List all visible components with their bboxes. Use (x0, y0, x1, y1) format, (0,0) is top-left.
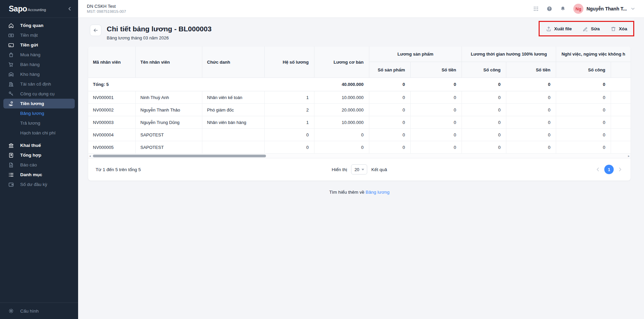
delete-icon (610, 26, 616, 32)
topbar: DN CSKH Test MST: 0987519815-007 Ng Nguy… (78, 0, 644, 18)
sidebar-item-label: Tổng hợp (20, 153, 41, 158)
cell: 10.000.000 (314, 116, 369, 129)
cell: 0 (369, 141, 410, 154)
cell: 0 (556, 91, 611, 104)
user-name: Nguyễn Thanh T... (586, 6, 627, 11)
sidebar-item-label: Tiền gửi (20, 42, 38, 47)
page-title: Chi tiết bảng lương - BL000003 (107, 25, 211, 33)
column-group-header: Lương sản phẩm (369, 46, 462, 62)
sidebar-item-label: Danh mục (20, 172, 42, 177)
sidebar-item-building[interactable]: Tài sản cố định (3, 79, 75, 89)
sidebar-item-label: Kho hàng (20, 72, 40, 77)
apps-grid-icon[interactable] (533, 6, 539, 12)
sidebar-item-label: Tổng quan (20, 23, 43, 28)
avatar: Ng (573, 4, 583, 14)
shopping-cart-icon (8, 62, 14, 68)
sidebar-item-bank-card[interactable]: Tiền gửi (3, 40, 75, 50)
sidebar-item-warehouse[interactable]: Kho hàng (3, 69, 75, 79)
next-page-icon[interactable] (617, 166, 623, 172)
sidebar-item-label: Công cụ dụng cụ (20, 91, 55, 96)
payroll-table: Mã nhân viên Tên nhân viên Chức danh Hệ … (88, 46, 631, 154)
sidebar-item-shopping-cart[interactable]: Bán hàng (3, 60, 75, 69)
list-icon (8, 172, 14, 178)
sidebar-collapse-icon[interactable] (67, 6, 73, 12)
cell: NV000003 (88, 116, 135, 129)
action-label: Sửa (591, 26, 600, 31)
scrollbar-thumb[interactable] (93, 155, 266, 157)
column-header: Số công (556, 62, 611, 78)
learn-more-text: Tìm hiểu thêm về (329, 190, 364, 195)
cell: 0 (410, 116, 462, 129)
column-group-header: Lương thời gian hưởng 100% lương (462, 46, 556, 62)
payroll-link[interactable]: Bảng lương (366, 190, 389, 195)
sidebar-item-label: Tiền mặt (20, 33, 38, 38)
payroll-card: Mã nhân viên Tên nhân viên Chức danh Hệ … (88, 46, 631, 181)
table-row: NV000004SAPOTEST0000000 (88, 129, 631, 141)
sidebar-item-tax[interactable]: Khai thuế (3, 140, 75, 150)
show-label: Hiển thị (332, 167, 347, 172)
scroll-right-icon[interactable]: ▸ (628, 154, 630, 158)
sidebar-subitem[interactable]: Hạch toán chi phí (3, 128, 75, 138)
cell: Ninh Thuỳ Anh (135, 91, 202, 104)
cell: 2 (264, 104, 314, 116)
main-content: Chi tiết bảng lương - BL000003 Bảng lươn… (78, 18, 644, 319)
tax-icon (8, 142, 14, 149)
cell: 0 (506, 104, 556, 116)
cell: 0 (462, 78, 506, 91)
page-size-select[interactable]: 20 (351, 164, 367, 174)
sidebar-subitem[interactable]: Trả lương (3, 118, 75, 128)
sidebar-item-label: Mua hàng (20, 52, 40, 57)
sidebar-item-salary[interactable]: Tiền lương (3, 99, 75, 108)
sidebar-item-tool[interactable]: Công cụ dụng cụ (3, 89, 75, 99)
column-header (611, 62, 631, 78)
cell: 0 (314, 129, 369, 141)
delete-button[interactable]: Xóa (610, 26, 627, 32)
cell: Nguyễn Trung Dũng (135, 116, 202, 129)
column-header: Tên nhân viên (135, 46, 202, 78)
sidebar-item-cash[interactable]: Tiền mặt (3, 30, 75, 40)
sidebar-item-home[interactable]: Tổng quan (3, 21, 75, 30)
bell-icon[interactable] (560, 6, 566, 12)
company-block: DN CSKH Test MST: 0987519815-007 (87, 4, 126, 14)
cell (611, 91, 631, 104)
user-menu[interactable]: Ng Nguyễn Thanh T... (573, 4, 636, 14)
summary-row: Tổng: 540.000.00000000 (88, 78, 631, 91)
export-icon (546, 26, 551, 32)
sidebar-item-ledger[interactable]: Tổng hợp (3, 150, 75, 160)
cell: Tổng: 5 (88, 78, 135, 91)
cell: 0 (264, 129, 314, 141)
sidebar-item-label: Bán hàng (20, 62, 40, 67)
horizontal-scrollbar[interactable]: ◂ ▸ (88, 154, 631, 158)
sidebar-subitem[interactable]: Bảng lương (3, 108, 75, 118)
gear-icon (8, 308, 14, 314)
cell: 0 (369, 91, 410, 104)
current-page-button[interactable]: 1 (604, 165, 614, 174)
help-icon[interactable] (546, 6, 552, 12)
edit-button[interactable]: Sửa (582, 26, 600, 32)
column-header: Mã nhân viên (88, 46, 135, 78)
back-button[interactable] (90, 25, 101, 36)
salary-icon (8, 101, 14, 107)
sidebar-item-shopping-bag[interactable]: Mua hàng (3, 50, 75, 60)
sidebar-item-settings[interactable]: Cấu hình (0, 302, 78, 319)
cell: 0 (410, 104, 462, 116)
cell: SAPOTEST (135, 129, 202, 141)
scroll-left-icon[interactable]: ◂ (89, 154, 91, 158)
sidebar-item-list[interactable]: Danh mục (3, 170, 75, 180)
column-header: Số công (462, 62, 506, 78)
sidebar-item-wallet[interactable]: Số dư đầu kỳ (3, 180, 75, 189)
cell: 0 (264, 141, 314, 154)
cell: 0 (369, 104, 410, 116)
company-tax-id: MST: 0987519815-007 (87, 9, 126, 14)
prev-page-icon[interactable] (595, 166, 601, 172)
sidebar-item-report[interactable]: Báo cáo (3, 160, 75, 170)
export-button[interactable]: Xuất file (546, 26, 572, 32)
cell: 10.000.000 (314, 91, 369, 104)
cell: 0 (410, 141, 462, 154)
column-header: Hệ số lương (264, 46, 314, 78)
cell: 0 (462, 104, 506, 116)
cell: 0 (506, 116, 556, 129)
cell: 0 (462, 91, 506, 104)
cell: 0 (314, 141, 369, 154)
cell: 0 (506, 78, 556, 91)
